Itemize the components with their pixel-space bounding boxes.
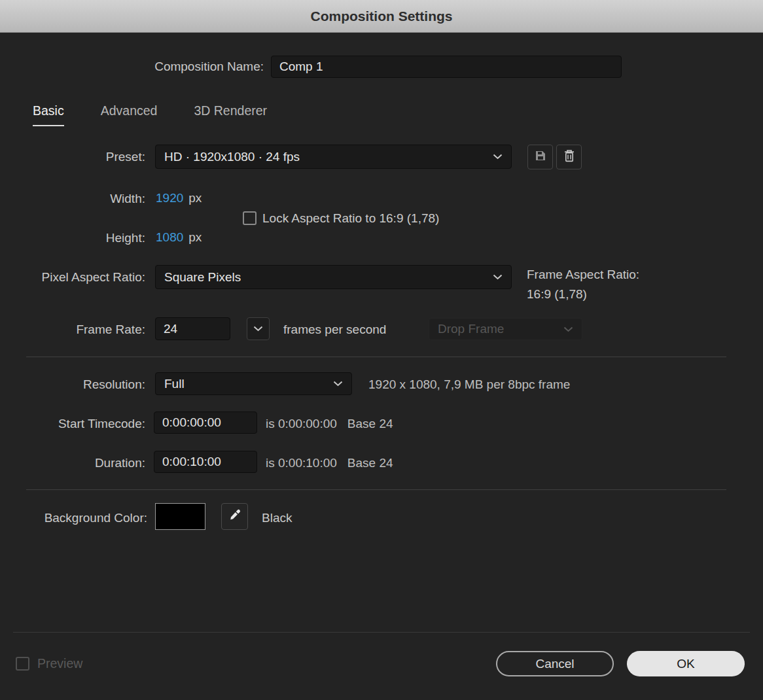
- resolution-label: Resolution:: [0, 377, 145, 393]
- start-timecode-info-line: is 0:00:00:00 Base 24: [266, 416, 393, 432]
- divider: [26, 489, 726, 490]
- width-unit: px: [188, 191, 202, 205]
- ok-button[interactable]: OK: [627, 651, 745, 676]
- background-color-name: Black: [262, 510, 292, 526]
- frame-rate-dropdown-button[interactable]: [247, 317, 270, 340]
- divider: [13, 632, 750, 633]
- pixel-aspect-ratio-label: Pixel Aspect Ratio:: [0, 270, 145, 285]
- tab-basic[interactable]: Basic: [33, 103, 64, 126]
- delete-preset-button[interactable]: [556, 145, 582, 169]
- duration-input[interactable]: [154, 451, 257, 473]
- preset-label: Preset:: [0, 149, 145, 165]
- frame-rate-input[interactable]: [155, 317, 230, 340]
- preview-label: Preview: [37, 656, 82, 671]
- chevron-down-icon: [333, 381, 343, 387]
- composition-name-input[interactable]: [271, 56, 622, 78]
- frame-aspect-ratio-label: Frame Aspect Ratio:: [527, 267, 639, 283]
- save-preset-button[interactable]: [527, 145, 553, 169]
- eyedropper-button[interactable]: [221, 503, 248, 530]
- tab-bar: Basic Advanced 3D Renderer: [33, 103, 267, 126]
- drop-frame-value: Drop Frame: [438, 322, 504, 336]
- start-timecode-base: Base 24: [347, 416, 393, 432]
- drop-frame-dropdown: Drop Frame: [429, 318, 582, 340]
- trash-icon: [563, 149, 575, 166]
- composition-settings-dialog: Composition Settings Composition Name: B…: [0, 0, 763, 700]
- preset-value: HD · 1920x1080 · 24 fps: [164, 150, 300, 164]
- start-timecode-info: is 0:00:00:00: [266, 416, 337, 432]
- pixel-aspect-ratio-value: Square Pixels: [164, 270, 241, 285]
- frame-rate-label: Frame Rate:: [0, 322, 145, 338]
- height-value[interactable]: 1080: [156, 230, 183, 245]
- background-color-swatch[interactable]: [155, 503, 205, 530]
- height-label: Height:: [0, 230, 145, 246]
- start-timecode-label: Start Timecode:: [0, 416, 145, 432]
- duration-base: Base 24: [347, 455, 393, 471]
- tab-3d-renderer[interactable]: 3D Renderer: [194, 103, 267, 126]
- height-unit: px: [188, 230, 202, 245]
- width-label: Width:: [0, 191, 145, 207]
- resolution-value: Full: [164, 377, 185, 391]
- resolution-info: 1920 x 1080, 7,9 MB per 8bpc frame: [368, 377, 570, 393]
- start-timecode-input[interactable]: [154, 411, 257, 434]
- divider: [26, 357, 726, 357]
- preset-dropdown[interactable]: HD · 1920x1080 · 24 fps: [155, 145, 512, 169]
- width-value[interactable]: 1920: [156, 191, 183, 205]
- cancel-button[interactable]: Cancel: [496, 651, 614, 676]
- preview-checkbox[interactable]: [16, 657, 29, 671]
- chevron-down-icon: [253, 326, 263, 332]
- chevron-down-icon: [493, 154, 503, 160]
- dialog-title: Composition Settings: [0, 0, 763, 33]
- resolution-dropdown[interactable]: Full: [155, 372, 352, 395]
- tab-advanced[interactable]: Advanced: [101, 103, 158, 126]
- pixel-aspect-ratio-dropdown[interactable]: Square Pixels: [155, 265, 512, 289]
- save-preset-icon: [535, 150, 546, 165]
- duration-label: Duration:: [0, 455, 145, 471]
- frames-per-second-label: frames per second: [283, 322, 386, 338]
- lock-aspect-ratio-checkbox[interactable]: [243, 211, 257, 225]
- duration-info: is 0:00:10:00: [266, 455, 337, 471]
- lock-aspect-ratio-label: Lock Aspect Ratio to 16:9 (1,78): [262, 211, 439, 226]
- eyedropper-icon: [228, 508, 241, 525]
- background-color-label: Background Color:: [0, 510, 147, 526]
- chevron-down-icon: [493, 274, 503, 280]
- duration-info-line: is 0:00:10:00 Base 24: [266, 455, 393, 471]
- frame-aspect-ratio-value: 16:9 (1,78): [527, 287, 587, 302]
- composition-name-label: Composition Name:: [0, 59, 264, 75]
- chevron-down-icon: [563, 326, 573, 332]
